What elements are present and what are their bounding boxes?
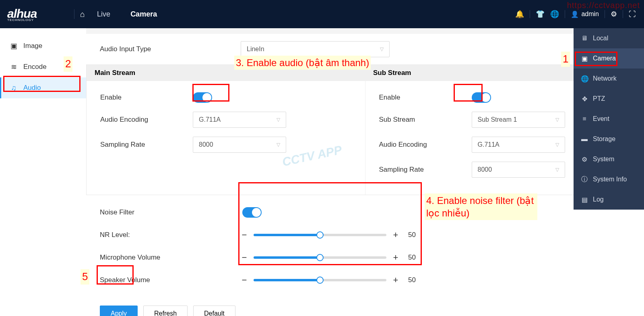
main-encoding-select[interactable]: G.711A ▽ (193, 112, 286, 128)
audio-input-type-select[interactable]: LineIn ▽ (241, 41, 390, 57)
brand-sub: TECHNOLOGY (7, 18, 37, 22)
mic-volume-label: Microphone Volume (100, 254, 241, 262)
rightnav-system-info[interactable]: ⓘ System Info (574, 169, 644, 189)
main-sampling-row: Sampling Rate 8000 ▽ (100, 137, 351, 153)
fullscreen-icon[interactable]: ⛶ (629, 10, 636, 19)
main-stream-col: Enable Audio Encoding G.711A ▽ Sampling … (87, 81, 365, 195)
shirt-icon[interactable]: 👕 (536, 10, 545, 19)
main-enable-row: Enable (100, 92, 351, 103)
minus-icon[interactable]: − (241, 275, 248, 285)
gear-icon: ⚙ (581, 156, 588, 163)
speaker-volume-slider[interactable] (254, 279, 386, 281)
main-enable-toggle[interactable] (193, 92, 212, 103)
plus-icon[interactable]: + (392, 252, 399, 263)
select-value: 8000 (199, 141, 213, 148)
camcorder-icon: ▣ (10, 42, 18, 50)
noise-filter-section: Noise Filter NR Level: − + 50 Microp (86, 195, 644, 301)
sampling-rate-label: Sampling Rate (100, 141, 193, 149)
default-button[interactable]: Default (193, 306, 235, 316)
mic-volume-row: Microphone Volume − + 50 (100, 252, 630, 263)
separator (530, 10, 530, 18)
chevron-down-icon: ▽ (555, 117, 559, 123)
info-icon: ⓘ (581, 175, 588, 184)
rightnav-local[interactable]: 🖥 Local (574, 28, 644, 48)
noise-filter-toggle[interactable] (242, 207, 262, 218)
button-bar: Apply Refresh Default (86, 301, 644, 316)
bell-icon[interactable]: 🔔 (515, 10, 524, 19)
storage-icon: ▬ (581, 135, 588, 143)
separator (623, 10, 623, 18)
globe-icon[interactable]: 🌐 (550, 10, 559, 19)
apply-button[interactable]: Apply (100, 306, 138, 316)
rightnav-storage[interactable]: ▬ Storage (574, 129, 644, 149)
rightnav-label: PTZ (593, 95, 605, 102)
nr-level-slider[interactable] (254, 234, 386, 236)
rightnav-camera[interactable]: ▣ Camera (574, 48, 644, 69)
tab-camera[interactable]: Camera (130, 10, 157, 19)
rightnav-log[interactable]: ▤ Log (574, 189, 644, 210)
sidebar-item-encode[interactable]: ≋ Encode (0, 56, 86, 77)
user-name: admin (581, 10, 599, 18)
home-icon[interactable]: ⌂ (80, 10, 85, 19)
rightnav-label: Storage (593, 135, 615, 143)
sub-stream-select[interactable]: Sub Stream 1 ▽ (472, 112, 565, 128)
main-stream-title: Main Stream (87, 65, 365, 81)
minus-icon[interactable]: − (241, 230, 248, 240)
main-sampling-select[interactable]: 8000 ▽ (193, 137, 286, 153)
container: ▣ Image ≋ Encode ♫ Audio Audio Input Typ… (0, 28, 644, 316)
top-right: 🔔 👕 🌐 👤 admin ⚙ ⛶ (515, 10, 644, 19)
separator (74, 9, 74, 19)
select-value: G.711A (478, 141, 500, 148)
rightnav-label: Local (593, 35, 608, 42)
sub-sampling-select[interactable]: 8000 ▽ (472, 162, 565, 178)
noise-filter-row: Noise Filter (100, 207, 630, 218)
tab-live[interactable]: Live (97, 10, 110, 19)
rightnav-label: System (593, 156, 614, 163)
chevron-down-icon: ▽ (555, 167, 559, 173)
speaker-volume-label: Speaker Volume (100, 276, 241, 284)
rightnav-network[interactable]: 🌐 Network (574, 69, 644, 89)
ptz-icon: ✥ (581, 95, 588, 103)
rightnav-label: Camera (593, 55, 616, 62)
rightnav-label: System Info (593, 176, 627, 183)
audio-panel: Audio Input Type LineIn ▽ Main Stream Su… (86, 34, 644, 316)
event-icon: ≡ (581, 115, 588, 123)
topbar: alhua TECHNOLOGY ⌂ Live Camera 🔔 👕 🌐 👤 a… (0, 0, 644, 28)
sub-stream-label: Sub Stream (379, 116, 472, 124)
minus-icon[interactable]: − (241, 252, 248, 263)
rightnav-system[interactable]: ⚙ System (574, 149, 644, 169)
rightnav-label: Log (593, 196, 604, 203)
sub-enable-toggle[interactable] (472, 92, 491, 103)
mic-volume-slider[interactable] (254, 256, 386, 259)
rightnav-ptz[interactable]: ✥ PTZ (574, 89, 644, 109)
gear-icon[interactable]: ⚙ (611, 10, 617, 19)
sampling-rate-label: Sampling Rate (379, 166, 472, 174)
select-value: Sub Stream 1 (478, 116, 517, 123)
sidebar-item-audio[interactable]: ♫ Audio (0, 77, 86, 98)
sidebar-item-label: Image (23, 42, 42, 50)
camera-icon: ▣ (581, 55, 588, 62)
user-menu[interactable]: 👤 admin (571, 10, 599, 18)
log-icon: ▤ (581, 196, 588, 204)
chevron-down-icon: ▽ (555, 142, 559, 148)
chevron-down-icon: ▽ (277, 142, 280, 148)
chevron-down-icon: ▽ (277, 117, 280, 123)
plus-icon[interactable]: + (392, 275, 399, 285)
sub-encoding-select[interactable]: G.711A ▽ (472, 137, 565, 153)
speaker-volume-row: Speaker Volume − + 50 (100, 275, 630, 285)
brand-logo: alhua TECHNOLOGY (0, 7, 68, 22)
stream-header: Main Stream Sub Stream (87, 65, 644, 81)
rightnav-event[interactable]: ≡ Event (574, 109, 644, 129)
noise-filter-label: Noise Filter (100, 208, 241, 216)
select-value: 8000 (478, 166, 492, 173)
right-sidebar: 🖥 Local ▣ Camera 🌐 Network ✥ PTZ ≡ Event… (574, 28, 644, 210)
separator (565, 10, 565, 18)
nr-level-label: NR Level: (100, 231, 241, 239)
nr-level-value: 50 (408, 231, 416, 239)
plus-icon[interactable]: + (392, 230, 399, 240)
sidebar-item-image[interactable]: ▣ Image (0, 35, 86, 56)
select-value: G.711A (199, 116, 221, 123)
mic-volume-value: 50 (408, 254, 416, 262)
refresh-button[interactable]: Refresh (143, 306, 188, 316)
enable-label: Enable (100, 94, 193, 102)
